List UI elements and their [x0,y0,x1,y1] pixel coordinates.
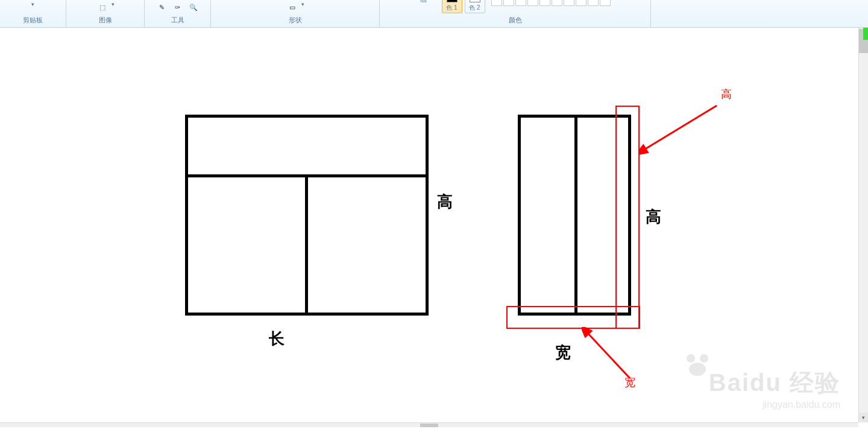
svg-line-0 [643,106,717,150]
magnify-icon[interactable]: 🔍 [187,1,200,13]
paint-canvas[interactable]: 高 长 高 宽 高 宽 [1,28,858,422]
watermark-brand: Baidu 经验 [709,366,840,399]
text-label-gao-right: 高 [646,206,661,227]
color2-label: 色 2 [469,4,480,12]
palette-swatch[interactable] [515,0,526,6]
palette-swatch[interactable] [491,0,502,6]
ribbon-group-colors: 细 ▾ 色 1 色 2 [380,0,651,27]
text-label-chang: 长 [269,328,285,349]
group-label-image: 图像 [99,14,112,26]
palette-swatch[interactable] [600,0,611,6]
palette-swatch[interactable] [503,0,514,6]
group-label-shapes: 形状 [289,14,302,26]
shape-gallery-icon[interactable]: ▭ [286,1,299,13]
scrollbar-thumb[interactable] [420,424,438,427]
annotation-box-height [615,106,640,329]
color2-chip [470,0,480,2]
svg-line-1 [587,332,630,378]
palette-swatch[interactable] [552,0,562,6]
drawn-rectangle-right [518,115,631,316]
palette-swatch[interactable] [576,0,587,6]
annotation-arrow-kuan-icon [582,327,648,381]
viewport: 高 长 高 宽 高 宽 [0,28,868,427]
group-label-clipboard: 剪贴板 [23,14,43,26]
text-label-gao-left: 高 [437,191,453,212]
ribbon-group-clipboard: ▾ 剪贴板 [0,0,66,27]
pencil-icon[interactable]: ✎ [156,1,169,13]
scroll-down-icon[interactable]: ▾ [859,413,868,422]
svg-point-3 [700,354,708,363]
color-palette [491,0,611,6]
group-label-tools: 工具 [171,14,184,26]
svg-point-2 [687,354,695,363]
color1-chip [447,0,458,2]
drawn-rectangle-left [185,115,429,316]
chevron-down-icon[interactable]: ▾ [112,1,115,7]
annotation-box-width [506,306,640,329]
ruler-indicator-icon [863,28,868,40]
chevron-down-icon[interactable]: ▾ [301,1,304,7]
horizontal-scrollbar[interactable] [0,422,858,427]
chevron-down-icon[interactable]: ▾ [429,0,432,1]
ribbon-group-tools: ✎ ✑ 🔍 工具 [145,0,211,27]
svg-point-4 [689,363,706,376]
annotation-label-gao: 高 [721,87,732,101]
color1-label: 色 1 [446,4,457,12]
ribbon: ▾ 剪贴板 ⬚ ▾ 图像 ✎ ✑ 🔍 工具 ▭ ▾ 形状 [0,0,868,28]
color1-button[interactable]: 色 1 [442,0,462,13]
color2-button[interactable]: 色 2 [465,0,485,13]
drawn-line [305,174,308,313]
eyedropper-icon[interactable]: ✑ [171,1,184,13]
size-label[interactable]: 细 [420,0,427,4]
palette-swatch[interactable] [588,0,599,6]
drawn-line [574,118,577,313]
ribbon-group-image: ⬚ ▾ 图像 [66,0,145,27]
vertical-scrollbar[interactable]: ▾ [858,28,868,422]
watermark: Baidu 经验 jingyan.baidu.com [709,366,840,410]
watermark-url: jingyan.baidu.com [709,399,840,410]
ribbon-group-shapes: ▭ ▾ 形状 [211,0,380,27]
watermark-paw-icon [684,351,714,378]
palette-swatch[interactable] [539,0,550,6]
palette-swatch[interactable] [564,0,574,6]
annotation-arrow-gao-icon [638,102,723,162]
chevron-down-icon[interactable]: ▾ [31,1,34,7]
group-label-colors: 颜色 [509,14,522,26]
select-dropdown-icon[interactable]: ⬚ [96,1,109,13]
palette-swatch[interactable] [527,0,538,6]
text-label-kuan: 宽 [555,342,571,363]
